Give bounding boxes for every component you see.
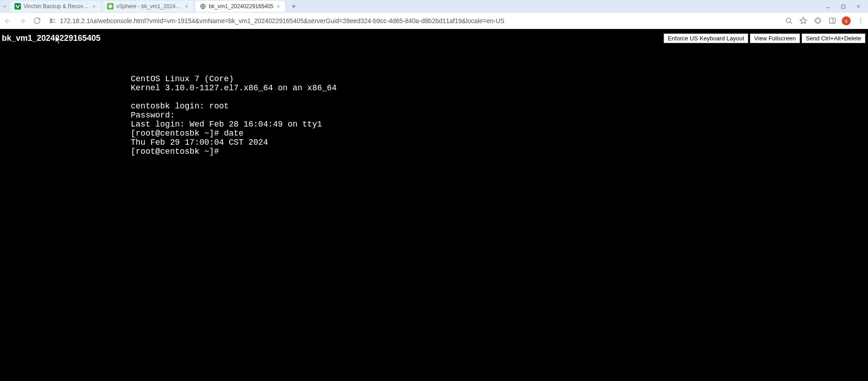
puzzle-icon	[814, 17, 822, 24]
plus-icon	[291, 3, 297, 10]
svg-line-22	[790, 22, 792, 24]
svg-rect-0	[15, 3, 21, 10]
new-tab-button[interactable]	[289, 1, 299, 11]
tab-title: Vinchin Backup & Recovery	[24, 3, 89, 10]
reload-icon	[33, 17, 41, 24]
site-settings-icon[interactable]	[49, 17, 56, 24]
nav-reload-button[interactable]	[32, 16, 42, 26]
profile-avatar[interactable]: s	[842, 16, 851, 25]
dots-vertical-icon	[857, 17, 864, 24]
address-bar: 172.18.2.1/ui/webconsole.html?vmId=vm-19…	[0, 13, 868, 29]
svg-point-27	[860, 20, 861, 21]
window-maximize-button[interactable]	[835, 0, 851, 13]
profile-letter: s	[845, 18, 848, 24]
close-icon	[92, 4, 96, 9]
terminal-line: CentOS Linux 7 (Core)	[131, 74, 234, 83]
vinchin-favicon-icon	[15, 3, 21, 10]
terminal-line: centosbk login: root	[131, 102, 229, 111]
tab-title: vSphere - bk_vm1_20240229	[116, 3, 182, 10]
zoom-icon	[785, 17, 793, 24]
terminal-line: Last login: Wed Feb 28 16:04:49 on tty1	[131, 120, 322, 129]
svg-rect-17	[50, 19, 52, 20]
enforce-us-layout-button[interactable]: Enforce US Keyboard Layout	[664, 34, 748, 43]
terminal-output[interactable]: CentOS Linux 7 (Core) Kernel 3.10.0-1127…	[131, 74, 337, 156]
nav-back-button[interactable]	[3, 16, 13, 26]
globe-favicon-icon	[200, 3, 206, 10]
svg-point-28	[860, 22, 861, 23]
chevron-down-icon	[2, 4, 7, 9]
tab-close-button[interactable]	[276, 4, 281, 9]
tab-title: bk_vm1_20240229165405	[209, 3, 273, 10]
terminal-line: [root@centosbk ~]# date	[131, 129, 243, 138]
arrow-right-icon	[18, 17, 26, 25]
vm-console-area[interactable]: bk_vm1_20240229165405 Enforce US Keyboar…	[0, 29, 868, 381]
browser-tab-1[interactable]: vSphere - bk_vm1_20240229	[103, 1, 193, 12]
address-bar-actions: s	[784, 16, 865, 26]
terminal-line: Password:	[131, 111, 175, 120]
svg-marker-23	[800, 17, 806, 23]
window-close-button[interactable]	[851, 0, 866, 13]
maximize-icon	[841, 4, 846, 9]
console-toolbar: Enforce US Keyboard Layout View Fullscre…	[664, 34, 865, 43]
svg-point-26	[860, 18, 861, 19]
bookmark-button[interactable]	[798, 16, 808, 26]
star-icon	[799, 17, 807, 24]
terminal-line: Thu Feb 29 17:00:04 CST 2024	[131, 138, 268, 147]
close-icon	[856, 4, 861, 9]
side-panel-button[interactable]	[827, 16, 837, 26]
extensions-button[interactable]	[813, 16, 823, 26]
tab-overview-chevron[interactable]	[2, 4, 10, 9]
svg-rect-24	[829, 18, 835, 23]
zoom-button[interactable]	[784, 16, 794, 26]
tab-close-button[interactable]	[184, 4, 189, 9]
send-ctrl-alt-delete-button[interactable]: Send Ctrl+Alt+Delete	[802, 34, 865, 43]
close-icon	[184, 4, 189, 9]
console-vm-title: bk_vm1_20240229165405	[2, 34, 100, 43]
svg-rect-12	[841, 5, 844, 8]
minimize-icon	[825, 4, 830, 9]
close-icon	[276, 4, 281, 9]
browser-tab-2[interactable]: bk_vm1_20240229165405	[195, 1, 285, 12]
chrome-menu-button[interactable]	[855, 16, 865, 26]
panel-icon	[829, 17, 836, 24]
arrow-left-icon	[4, 17, 12, 25]
terminal-line: Kernel 3.10.0-1127.el7.x86_64 on an x86_…	[131, 83, 337, 93]
url-field[interactable]: 172.18.2.1/ui/webconsole.html?vmId=vm-19…	[46, 17, 779, 24]
window-minimize-button[interactable]	[820, 0, 835, 13]
nav-forward-button[interactable]	[17, 16, 27, 26]
tab-strip: Vinchin Backup & Recovery vSphere - bk_v…	[0, 0, 868, 13]
terminal-line: [root@centosbk ~]#	[131, 147, 224, 156]
svg-rect-18	[50, 21, 52, 23]
tab-close-button[interactable]	[92, 4, 96, 9]
url-text: 172.18.2.1/ui/webconsole.html?vmId=vm-19…	[60, 17, 504, 24]
browser-tab-0[interactable]: Vinchin Backup & Recovery	[10, 1, 101, 12]
vsphere-favicon-icon	[107, 3, 113, 10]
svg-point-21	[786, 18, 790, 23]
view-fullscreen-button[interactable]: View Fullscreen	[750, 34, 800, 43]
